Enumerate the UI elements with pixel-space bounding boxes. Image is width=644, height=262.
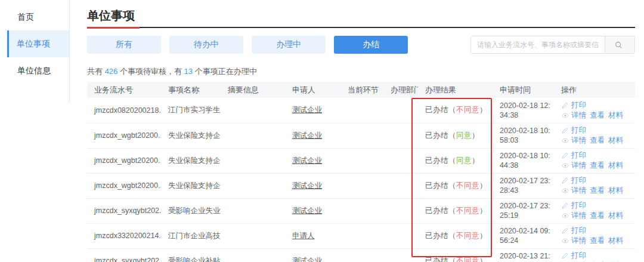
detail-link[interactable]: 详情: [571, 186, 586, 196]
view-link[interactable]: 查看: [590, 135, 605, 146]
result-bracket-close: ）: [479, 232, 487, 240]
summary-cell: [221, 223, 285, 248]
app-window: 首页 单位事项 单位信息 单位事项 所有 待办中 办理中 办结: [0, 0, 644, 262]
detail-link[interactable]: 详情: [571, 161, 586, 171]
table-row: jmzcdx_wgbt20200... 失业保险支持企... 测试企业 已办结（…: [87, 173, 635, 198]
view-link[interactable]: 查看: [590, 161, 605, 171]
material-link[interactable]: 材料: [608, 161, 623, 171]
material-link[interactable]: 材料: [608, 110, 623, 121]
applicant-link[interactable]: 测试企业: [292, 156, 322, 165]
view-link[interactable]: 查看: [590, 110, 605, 121]
page-title: 单位事项: [87, 8, 635, 23]
applicant-link[interactable]: 测试企业: [292, 131, 322, 140]
pencil-icon: [561, 102, 569, 109]
stage-cell: [340, 148, 383, 173]
result-opinion: 不同意: [456, 232, 479, 240]
apply-time-cell: 2020-02-13 21: 25:11: [493, 248, 554, 262]
detail-link[interactable]: 详情: [571, 236, 586, 246]
material-link[interactable]: 材料: [608, 236, 623, 246]
result-status: 已办结: [425, 131, 448, 140]
item-name: 江门市企业高技...: [168, 232, 221, 240]
print-link[interactable]: 打印: [571, 100, 586, 110]
print-link[interactable]: 打印: [571, 125, 586, 135]
item-name-cell: 江门市实习学生...: [161, 98, 221, 123]
sidebar: 首页 单位事项 单位信息: [0, 0, 70, 262]
result-opinion: 同意: [456, 156, 472, 165]
op-line-view: 详情 查看 材料: [561, 161, 635, 171]
sidebar-item-unit-info[interactable]: 单位信息: [0, 57, 70, 84]
summary-cell: [221, 248, 285, 262]
tab-processing[interactable]: 办理中: [252, 36, 326, 54]
applicant-link[interactable]: 申请人: [292, 232, 315, 240]
material-link[interactable]: 材料: [608, 186, 623, 196]
detail-link[interactable]: 详情: [571, 135, 586, 146]
apply-time-cell: 2020-02-18 12: 34:38: [493, 98, 554, 123]
applicant-cell: 测试企业: [285, 173, 340, 198]
eye-icon: [561, 188, 569, 193]
material-link[interactable]: 材料: [608, 211, 623, 221]
sidebar-item-unit-matters[interactable]: 单位事项: [7, 30, 70, 57]
view-link[interactable]: 查看: [590, 186, 605, 196]
applicant-link[interactable]: 测试企业: [292, 206, 322, 215]
flow-id: jmzcdx3320200214...: [94, 232, 161, 240]
table-row: jmzcdx_syxqybt202... 受影响企业失业... 测试企业 已办结…: [87, 198, 635, 223]
col-header-item-name: 事项名称: [161, 82, 221, 98]
print-link[interactable]: 打印: [571, 150, 586, 161]
apply-time-line2: 25:19: [500, 211, 554, 220]
summary-cell: [221, 198, 285, 223]
print-link[interactable]: 打印: [571, 201, 586, 211]
stage-cell: [340, 248, 383, 262]
sidebar-item-home[interactable]: 首页: [0, 4, 70, 30]
op-line-print: 打印: [561, 150, 635, 161]
flow-id-cell: jmzcdx_wgbt20200...: [87, 148, 161, 173]
result-bracket-open: （: [448, 131, 456, 140]
summary-text: 个事项待审核，有: [117, 67, 184, 76]
op-line-print: 打印: [561, 100, 635, 110]
item-name: 受影响企业失业...: [168, 206, 221, 215]
result-status: 已办结: [425, 206, 448, 215]
eye-icon: [561, 113, 569, 118]
tab-pending[interactable]: 待办中: [169, 36, 243, 54]
apply-time-line1: 2020-02-17 23:: [500, 201, 554, 211]
applicant-link[interactable]: 测试企业: [292, 181, 322, 190]
summary-line: 共有 426 个事项待审核，有 13 个事项正在办理中: [87, 66, 635, 77]
print-link[interactable]: 打印: [571, 175, 586, 186]
flow-id: jmzcdx0820200218...: [94, 106, 161, 115]
op-line-print: 打印: [561, 125, 635, 135]
main-content: 单位事项 所有 待办中 办理中 办结 共有 426 个事项待审核，有 13 个事…: [70, 0, 644, 262]
col-header-result: 办理结果: [418, 82, 493, 98]
item-name: 失业保险支持企...: [168, 131, 221, 140]
stage-cell: [340, 198, 383, 223]
material-link[interactable]: 材料: [608, 135, 623, 146]
pencil-icon: [561, 252, 569, 259]
applicant-link[interactable]: 测试企业: [292, 257, 322, 262]
flow-id-cell: jmzcdx_wgbt20200...: [87, 123, 161, 148]
print-link[interactable]: 打印: [571, 251, 586, 261]
item-name: 受影响企业补贴: [168, 257, 221, 262]
result-opinion: 不同意: [456, 106, 479, 114]
search-box: [470, 36, 635, 54]
view-link[interactable]: 查看: [590, 236, 605, 246]
print-link[interactable]: 打印: [571, 226, 586, 236]
search-input[interactable]: [471, 36, 605, 53]
result-bracket-open: （: [448, 232, 456, 240]
tab-all[interactable]: 所有: [87, 36, 161, 54]
result-status: 已办结: [425, 156, 448, 165]
detail-link[interactable]: 详情: [571, 211, 586, 221]
pencil-icon: [561, 177, 569, 184]
item-name: 失业保险支持企...: [168, 181, 221, 190]
op-line-view: 详情 查看 材料: [561, 110, 635, 121]
result-bracket-open: （: [448, 156, 456, 165]
item-name: 失业保险支持企...: [168, 156, 221, 165]
op-line-print: 打印: [561, 251, 635, 261]
table-row: jmzcdx0820200218... 江门市实习学生... 测试企业 已办结（…: [87, 98, 635, 123]
eye-icon: [561, 238, 569, 243]
tab-completed[interactable]: 办结: [334, 36, 408, 54]
col-header-flow-id: 业务流水号: [87, 82, 161, 98]
applicant-link[interactable]: 测试企业: [292, 106, 322, 114]
view-link[interactable]: 查看: [590, 211, 605, 221]
flow-id-cell: jmzcdx_wgbt20200...: [87, 173, 161, 198]
apply-time-line1: 2020-02-18 10:: [500, 126, 554, 135]
search-button[interactable]: [605, 36, 634, 53]
detail-link[interactable]: 详情: [571, 110, 586, 121]
